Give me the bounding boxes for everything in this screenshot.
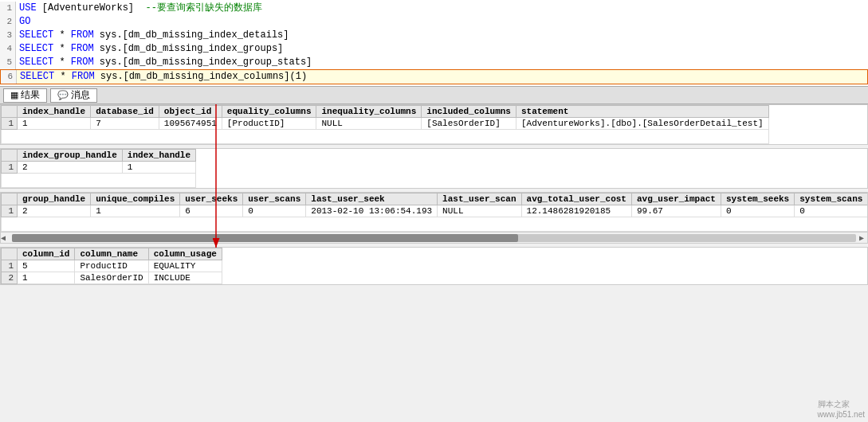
- row-num-header-2: [2, 150, 18, 162]
- sql-text-4: SELECT * FROM sys.[dm_db_missing_index_g…: [19, 42, 868, 56]
- result-table-3: group_handle unique_compiles user_seeks …: [1, 193, 867, 232]
- table-row: 1 5 ProductID EQUALITY: [2, 260, 222, 272]
- row-num: 1: [2, 118, 18, 130]
- line-num-5: 5: [0, 56, 16, 69]
- cell-avg-total-user-cost: 12.1486281920185: [521, 205, 631, 217]
- result-table-2: index_group_handle index_handle 1 2 1: [1, 149, 196, 188]
- cell-column-id-1: 5: [18, 260, 75, 272]
- row-num: 1: [2, 162, 18, 174]
- cell-object-id: 1095674951: [159, 118, 222, 130]
- empty-row: [2, 130, 769, 144]
- empty-row: [2, 174, 196, 188]
- tab-results-label: 结果: [21, 88, 40, 102]
- sql-text-6: SELECT * FROM sys.[dm_db_missing_index_c…: [20, 70, 867, 84]
- sql-editor: 1 USE [AdventureWorks] --要查询索引缺失的数据库 2 G…: [0, 0, 868, 87]
- results-area[interactable]: index_handle database_id object_id equal…: [0, 104, 868, 422]
- cell-column-usage-2: INCLUDE: [148, 272, 222, 284]
- sql-line-4: 4 SELECT * FROM sys.[dm_db_missing_index…: [0, 42, 868, 56]
- table-row: 2 1 SalesOrderID INCLUDE: [2, 272, 222, 284]
- result-section-3: group_handle unique_compiles user_seeks …: [0, 192, 868, 244]
- cell-last-user-seek: 2013-02-10 13:06:54.193: [306, 205, 438, 217]
- col-inequality-columns: inequality_columns: [316, 106, 422, 118]
- sql-text-3: SELECT * FROM sys.[dm_db_missing_index_d…: [19, 29, 868, 42]
- msg-icon: 💬: [57, 90, 69, 100]
- col-system-scans: system_scans: [795, 193, 867, 205]
- col-avg-total-user-cost: avg_total_user_cost: [521, 193, 631, 205]
- row-num: 2: [2, 272, 18, 284]
- cell-equality-columns: [ProductID]: [222, 118, 316, 130]
- sql-line-5: 5 SELECT * FROM sys.[dm_db_missing_index…: [0, 56, 868, 69]
- cell-column-name-2: SalesOrderID: [75, 272, 148, 284]
- cell-system-seeks: 0: [721, 205, 794, 217]
- col-database-id: database_id: [91, 106, 159, 118]
- line-num-2: 2: [0, 15, 16, 29]
- col-user-scans: user_scans: [243, 193, 306, 205]
- col-index-group-handle: index_group_handle: [18, 150, 123, 162]
- sql-text-1: USE [AdventureWorks] --要查询索引缺失的数据库: [19, 2, 868, 15]
- cell-included-columns: [SalesOrderID]: [422, 118, 516, 130]
- table-row: 1 2 1: [2, 162, 196, 174]
- line-num-1: 1: [0, 2, 16, 15]
- sql-text-2: GO: [19, 15, 868, 29]
- cell-last-user-scan: NULL: [438, 205, 521, 217]
- cell-index-handle: 1: [122, 162, 195, 174]
- col-group-handle: group_handle: [18, 193, 91, 205]
- col-avg-user-impact: avg_user_impact: [631, 193, 721, 205]
- line-num-4: 4: [0, 42, 16, 56]
- empty-row: [2, 217, 868, 232]
- cell-statement: [AdventureWorks].[dbo].[SalesOrderDetail…: [516, 118, 768, 130]
- horizontal-scrollbar[interactable]: ◀ ▶: [1, 232, 867, 243]
- row-num: 1: [2, 260, 18, 272]
- table-row: 1 1 7 1095674951 [ProductID] NULL [Sales…: [2, 118, 769, 130]
- col-column-usage: column_usage: [148, 248, 222, 260]
- col-last-user-scan: last_user_scan: [438, 193, 521, 205]
- cell-unique-compiles: 1: [91, 205, 180, 217]
- result-section-4: column_id column_name column_usage 1 5 P…: [0, 247, 868, 285]
- row-num-header: [2, 106, 18, 118]
- scroll-thumb: [12, 234, 518, 242]
- grid-icon: ▦: [10, 90, 18, 100]
- cell-group-handle: 2: [18, 205, 91, 217]
- sql-line-3: 3 SELECT * FROM sys.[dm_db_missing_index…: [0, 29, 868, 42]
- col-last-user-seek: last_user_seek: [306, 193, 438, 205]
- row-num-header-4: [2, 248, 18, 260]
- table-row: 1 2 1 6 0 2013-02-10 13:06:54.193 NULL 1…: [2, 205, 868, 217]
- cell-inequality-columns: NULL: [316, 118, 422, 130]
- cell-user-seeks: 6: [180, 205, 243, 217]
- sql-text-5: SELECT * FROM sys.[dm_db_missing_index_g…: [19, 56, 868, 69]
- tab-bar: ▦ 结果 💬 消息: [0, 87, 868, 104]
- col-index-handle-2: index_handle: [122, 150, 195, 162]
- result-table-4: column_id column_name column_usage 1 5 P…: [1, 248, 222, 284]
- sql-line-2: 2 GO: [0, 15, 868, 29]
- cell-column-name-1: ProductID: [75, 260, 148, 272]
- tab-messages-label: 消息: [71, 88, 90, 102]
- scroll-right-btn[interactable]: ▶: [859, 233, 867, 243]
- cell-avg-user-impact: 99.67: [631, 205, 721, 217]
- col-object-id: object_id: [159, 106, 222, 118]
- col-system-seeks: system_seeks: [721, 193, 794, 205]
- scroll-left-btn[interactable]: ◀: [1, 233, 9, 243]
- col-column-name: column_name: [75, 248, 148, 260]
- col-unique-compiles: unique_compiles: [91, 193, 180, 205]
- cell-column-usage-1: EQUALITY: [148, 260, 222, 272]
- watermark: 脚本之家www.jb51.net: [818, 399, 865, 419]
- result-section-2: index_group_handle index_handle 1 2 1: [0, 148, 868, 189]
- row-num-header-3: [2, 193, 18, 205]
- line-num-3: 3: [0, 29, 16, 42]
- col-equality-columns: equality_columns: [222, 106, 316, 118]
- scroll-track: [12, 234, 856, 242]
- cell-index-handle: 1: [18, 118, 91, 130]
- result-section-1: index_handle database_id object_id equal…: [0, 104, 868, 145]
- tab-messages[interactable]: 💬 消息: [50, 88, 97, 103]
- col-index-handle: index_handle: [18, 106, 91, 118]
- tab-results[interactable]: ▦ 结果: [3, 88, 47, 103]
- col-column-id: column_id: [18, 248, 75, 260]
- cell-user-scans: 0: [243, 205, 306, 217]
- col-statement: statement: [516, 106, 768, 118]
- result-table-1: index_handle database_id object_id equal…: [1, 105, 769, 144]
- cell-column-id-2: 1: [18, 272, 75, 284]
- cell-database-id: 7: [91, 118, 159, 130]
- cell-index-group-handle: 2: [18, 162, 123, 174]
- sql-line-1: 1 USE [AdventureWorks] --要查询索引缺失的数据库: [0, 2, 868, 15]
- row-num: 1: [2, 205, 18, 217]
